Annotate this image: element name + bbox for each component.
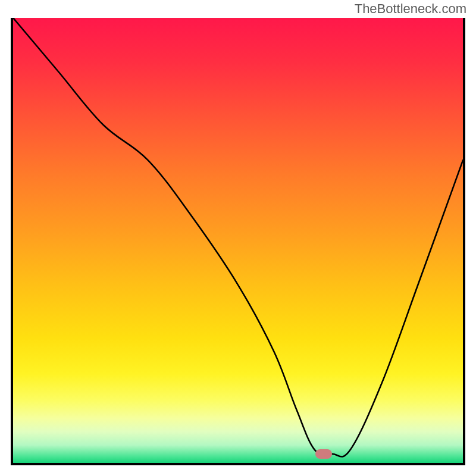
optimal-marker [315,449,332,459]
watermark-text: TheBottleneck.com [355,1,466,17]
bottleneck-curve [13,18,463,463]
chart-frame [11,18,465,465]
